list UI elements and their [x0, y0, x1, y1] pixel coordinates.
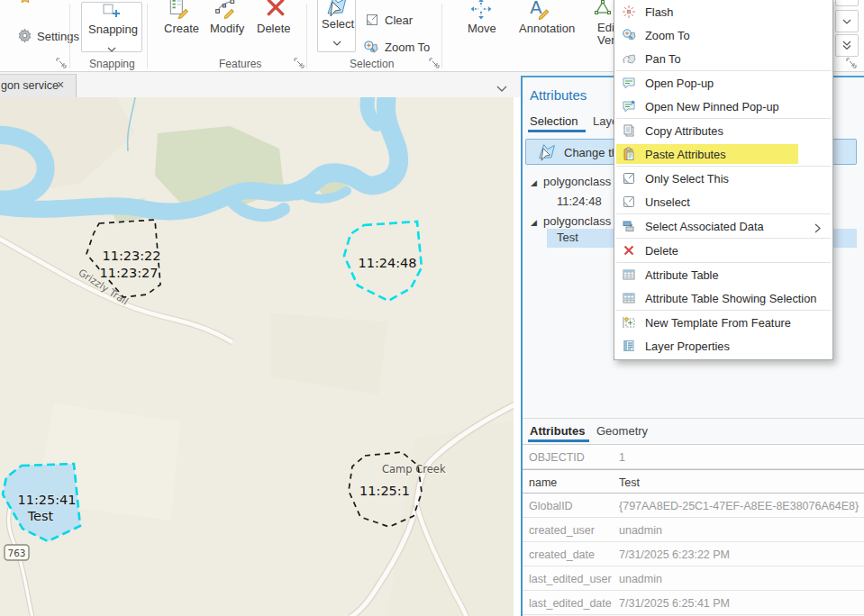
- tree-expander-icon[interactable]: ◢: [531, 178, 537, 187]
- menu-item-label: Unselect: [645, 195, 690, 209]
- menu-item-open-pop-up[interactable]: Open Pop-up: [614, 71, 832, 95]
- tree-feature-item-selected[interactable]: Test: [557, 231, 578, 244]
- field-value: 1: [619, 451, 625, 464]
- dialog-launcher-icon[interactable]: [846, 56, 858, 68]
- annotation-button[interactable]: Annotation: [519, 22, 575, 35]
- menu-item-only-select-this[interactable]: Only Select This: [614, 167, 832, 190]
- menu-item-label: Open New Pinned Pop-up: [645, 100, 779, 113]
- menu-item-label: Layer Properties: [645, 340, 730, 353]
- snapping-icon: [102, 1, 122, 21]
- new-template-icon: [622, 315, 636, 330]
- menu-item-select-associated-data[interactable]: Select Associated Data: [614, 214, 832, 238]
- dialog-launcher-icon[interactable]: [429, 56, 441, 68]
- clear-button[interactable]: Clear: [385, 14, 413, 27]
- table-icon: [622, 267, 636, 282]
- menu-item-pan-to[interactable]: Pan To: [614, 47, 832, 70]
- attribute-row-last_edited_date: last_edited_date7/31/2025 6:25:41 PM: [523, 591, 864, 615]
- zoom-to-button[interactable]: Zoom To: [385, 41, 430, 54]
- tree-layer-item[interactable]: polygonclass A: [543, 175, 622, 188]
- field-value: 7/31/2025 6:23:22 PM: [619, 548, 730, 561]
- menu-item-label: Only Select This: [645, 172, 729, 186]
- menu-item-open-new-pinned-pop-up[interactable]: Open New Pinned Pop-up: [614, 95, 832, 118]
- tree-layer-item[interactable]: polygonclass (1: [543, 214, 624, 228]
- polygon4-name-label: Test: [27, 509, 54, 523]
- menu-item-label: Zoom To: [645, 29, 690, 42]
- settings-button[interactable]: Settings: [37, 30, 79, 43]
- tab-detail-attributes[interactable]: Attributes: [530, 424, 585, 438]
- attribute-row-created_date: created_date7/31/2025 6:23:22 PM: [523, 542, 864, 566]
- chevron-down-icon: [332, 33, 341, 50]
- menu-item-label: Flash: [645, 5, 673, 19]
- status-icon: [18, 0, 32, 5]
- selection-group-label: Selection: [350, 58, 394, 70]
- attribute-row-objectid: OBJECTID1: [523, 445, 864, 469]
- field-name: last_edited_date: [529, 597, 612, 610]
- snapping-button[interactable]: Snapping: [81, 2, 142, 52]
- menu-item-new-template-from-feature[interactable]: New Template From Feature: [614, 311, 832, 334]
- tab-detail-geometry[interactable]: Geometry: [596, 424, 648, 438]
- attributes-icon: [365, 0, 379, 2]
- gallery-expand-button[interactable]: [835, 34, 859, 57]
- field-name: name: [529, 476, 557, 489]
- polygon1-time2-label: 11:23:27: [99, 266, 158, 280]
- menu-item-delete[interactable]: Delete: [614, 239, 832, 262]
- modify-button[interactable]: Modify: [210, 22, 244, 35]
- menu-item-label: Attribute Table: [645, 268, 719, 282]
- gallery-scroll-down-button[interactable]: [835, 10, 859, 32]
- map-view-tab[interactable]: gon service ×: [0, 74, 77, 97]
- menu-item-label: Select Associated Data: [645, 220, 764, 233]
- menu-item-layer-properties[interactable]: Layer Properties: [614, 334, 832, 358]
- dialog-launcher-icon[interactable]: [56, 56, 68, 68]
- polygon4-time-label: 11:25:41: [17, 493, 76, 507]
- map-canvas: Grizzly Trail Camp Creek 763 11:23:22 11…: [0, 97, 514, 616]
- tree-expander-icon[interactable]: ◢: [531, 218, 537, 227]
- attribute-row-last_edited_user: last_edited_userunadmin: [523, 566, 864, 591]
- menu-item-attribute-table[interactable]: Attribute Table: [614, 263, 832, 286]
- annotation-icon: A: [528, 0, 551, 21]
- tab-detail-attributes-underline: [528, 439, 589, 442]
- pan-to-icon: [622, 51, 636, 66]
- edit-vertices-icon: [593, 0, 613, 18]
- svg-text:763: 763: [7, 548, 25, 558]
- delete-button[interactable]: Delete: [257, 22, 291, 35]
- zoom-to-icon: [363, 40, 378, 55]
- menu-item-zoom-to[interactable]: Zoom To: [614, 23, 832, 47]
- map-view[interactable]: Grizzly Trail Camp Creek 763 11:23:22 11…: [0, 97, 514, 616]
- status-button[interactable]: Status: [36, 0, 69, 2]
- select-button[interactable]: Select: [317, 0, 356, 52]
- menu-item-copy-attributes[interactable]: Copy Attributes: [614, 119, 832, 142]
- only-select-icon: [622, 171, 636, 186]
- dialog-launcher-icon[interactable]: [294, 56, 305, 68]
- flash-icon: [622, 5, 636, 19]
- field-value[interactable]: Test: [619, 476, 640, 489]
- move-button[interactable]: Move: [468, 22, 496, 35]
- modify-icon: [214, 0, 236, 20]
- create-icon: [168, 0, 189, 20]
- menu-item-attribute-table-showing-selection[interactable]: Attribute Table Showing Selection: [614, 286, 832, 310]
- tab-strip-chevron-icon[interactable]: [496, 79, 507, 95]
- polygon2-time-label: 11:24:48: [358, 256, 416, 270]
- menu-item-label: Pan To: [645, 52, 681, 66]
- field-name: created_date: [529, 548, 595, 561]
- gallery-item-button[interactable]: [835, 0, 859, 6]
- menu-item-label: Paste Attributes: [645, 148, 726, 161]
- attribute-row-globalid: GlobalID{797AA8ED-25C1-47EF-A8EE-8E38076…: [523, 494, 864, 518]
- delete-icon: [265, 0, 286, 18]
- menu-item-unselect[interactable]: Unselect: [614, 190, 832, 213]
- tree-feature-item[interactable]: 11:24:48: [557, 195, 602, 208]
- map-tab-title: gon service: [1, 79, 59, 92]
- field-name: OBJECTID: [529, 451, 585, 464]
- menu-item-label: New Template From Feature: [645, 316, 791, 330]
- menu-item-label: Delete: [645, 244, 678, 258]
- close-icon[interactable]: ×: [57, 77, 64, 92]
- popup-icon: [622, 76, 636, 90]
- field-name: GlobalID: [529, 500, 573, 512]
- create-button[interactable]: Create: [164, 22, 199, 35]
- tab-selection[interactable]: Selection: [530, 114, 578, 128]
- menu-item-flash[interactable]: Flash: [614, 0, 832, 23]
- menu-item-paste-attributes[interactable]: Paste Attributes: [614, 142, 832, 166]
- tab-selection-underline: [528, 130, 586, 132]
- clear-selection-icon: [365, 13, 379, 27]
- attribute-row-name[interactable]: nameTest: [523, 469, 864, 494]
- field-value: 7/31/2025 6:25:41 PM: [619, 597, 730, 610]
